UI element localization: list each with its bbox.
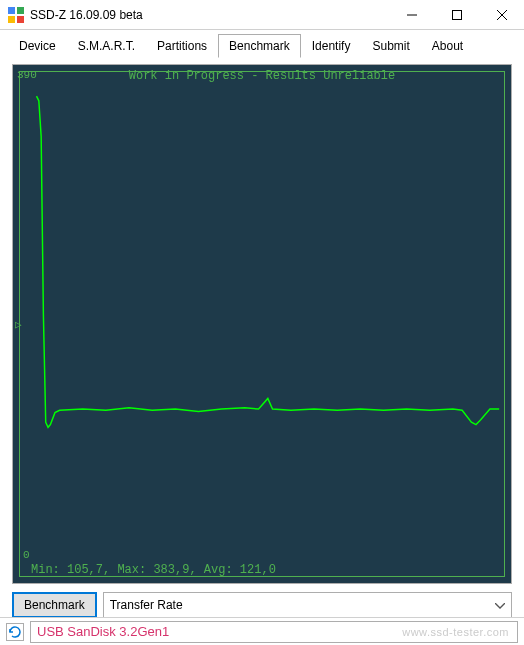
- window-title: SSD-Z 16.09.09 beta: [30, 8, 389, 22]
- svg-rect-2: [8, 16, 15, 23]
- chart-box: Work in Progress - Results Unreliable 39…: [12, 64, 512, 584]
- watermark: www.ssd-tester.com: [402, 626, 509, 638]
- status-device: USB SanDisk 3.2Gen1 www.ssd-tester.com: [30, 621, 518, 643]
- tab-identify[interactable]: Identify: [301, 34, 362, 58]
- metric-dropdown[interactable]: Transfer Rate: [103, 592, 512, 618]
- controls-row: Benchmark Transfer Rate: [12, 592, 512, 618]
- svg-rect-0: [8, 7, 15, 14]
- tab-submit[interactable]: Submit: [361, 34, 420, 58]
- svg-rect-5: [452, 11, 461, 20]
- tab-smart[interactable]: S.M.A.R.T.: [67, 34, 146, 58]
- status-bar: USB SanDisk 3.2Gen1 www.ssd-tester.com: [0, 617, 524, 645]
- tab-partitions[interactable]: Partitions: [146, 34, 218, 58]
- app-icon: [8, 7, 24, 23]
- titlebar: SSD-Z 16.09.09 beta: [0, 0, 524, 30]
- maximize-button[interactable]: [434, 0, 479, 30]
- refresh-button[interactable]: [6, 623, 24, 641]
- tab-row: Device S.M.A.R.T. Partitions Benchmark I…: [0, 30, 524, 58]
- benchmark-button[interactable]: Benchmark: [12, 592, 97, 618]
- dropdown-value: Transfer Rate: [110, 598, 183, 612]
- chevron-down-icon: [495, 598, 505, 612]
- tab-device[interactable]: Device: [8, 34, 67, 58]
- chart-line: [19, 71, 505, 577]
- window-controls: [389, 0, 524, 29]
- content-area: Work in Progress - Results Unreliable 39…: [0, 58, 524, 626]
- tab-about[interactable]: About: [421, 34, 474, 58]
- svg-rect-3: [17, 16, 24, 23]
- close-button[interactable]: [479, 0, 524, 30]
- minimize-button[interactable]: [389, 0, 434, 30]
- status-device-text: USB SanDisk 3.2Gen1: [37, 624, 169, 639]
- tab-benchmark[interactable]: Benchmark: [218, 34, 301, 58]
- svg-rect-1: [17, 7, 24, 14]
